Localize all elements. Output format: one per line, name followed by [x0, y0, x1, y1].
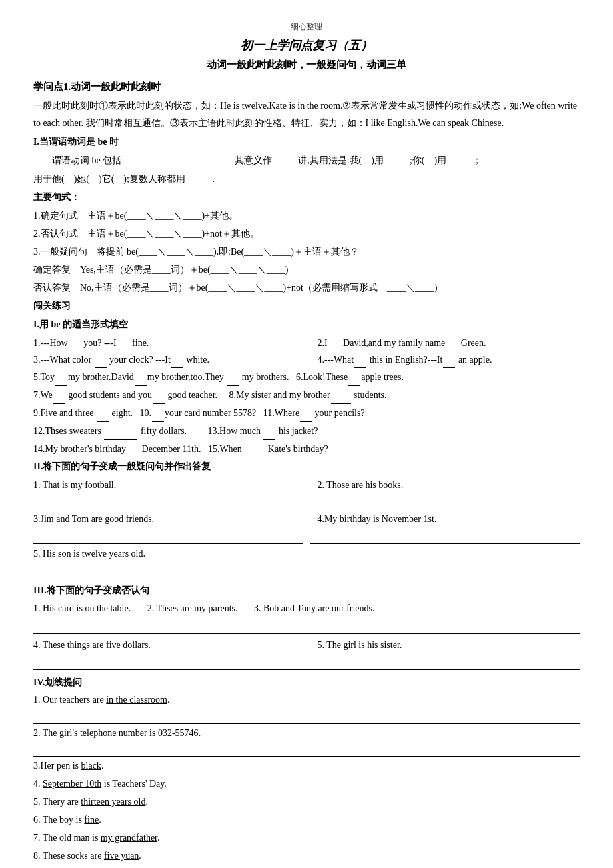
form-5: 否认答复 No,主语（必需是____词）＋be(____＼____＼____)+…	[33, 279, 580, 297]
answer-line-3	[33, 563, 580, 579]
sub-title: 动词一般此时此刻时，一般疑问句，动词三单	[33, 56, 580, 74]
blank5	[386, 169, 406, 169]
part3-heading: III.将下面的句子变成否认句	[33, 582, 580, 599]
fill-be-2: 2.I David,and my family name Green.	[317, 335, 580, 351]
fill-be-7: 9.Five and three eight. 10.your card num…	[33, 405, 580, 422]
part3-answer1	[33, 618, 580, 634]
fill-be-heading: I.用 be 的适当形式填空	[33, 316, 580, 333]
part4-6: 6. The boy is fine.	[33, 811, 580, 829]
part4-3: 3.Her pen is black.	[33, 757, 580, 775]
part4-2: 2. The girl's telephone number is 032-55…	[33, 725, 580, 742]
be-other-text: 用于他( )她( )它( );复数人称都用	[33, 174, 185, 184]
part2-heading: II.将下面的句子变成一般疑问句并作出答复	[33, 458, 580, 475]
fill-be-6: 7.We good students and you good teacher.…	[33, 387, 580, 404]
part4-answer1	[33, 709, 580, 724]
underline-4: September 10th	[43, 779, 101, 789]
part3-row2: 4. These things are five dollars. 5. The…	[33, 637, 580, 653]
be-meaning-text: 其意义作	[235, 155, 272, 165]
underline-2: 032-55746	[158, 728, 199, 738]
part4-8: 8. These socks are five yuan.	[33, 847, 580, 865]
blank4	[275, 169, 295, 169]
form-2: 2.否认句式 主语＋be(____＼____＼____)+not＋其他。	[33, 225, 580, 243]
part4-heading: IV.划线提问	[33, 674, 580, 691]
part2-1-left: 1. That is my football.	[33, 477, 296, 493]
be-intro-text: 谓语动词 be 包括	[52, 155, 121, 165]
be-other-line: 用于他( )她( )它( );复数人称都用 ．	[33, 171, 580, 188]
part4-section: IV.划线提问 1. Our teachers are in the class…	[33, 674, 580, 865]
part3-row1: 1. His card is on the table. 2. Thses ar…	[33, 600, 580, 617]
be-you-text: ;你( )用	[410, 155, 446, 165]
answer-line-1b	[310, 493, 580, 509]
part4-7: 7. The old man is my grandfather.	[33, 829, 580, 847]
part2-1-right: 2. Those are his books.	[317, 477, 580, 493]
practice1-heading: 闯关练习	[33, 297, 580, 315]
form-3: 3.一般疑问句 将提前 be(____＼____＼____),即:Be(____…	[33, 243, 580, 261]
part2-items: 1. That is my football. 2. Those are his…	[33, 477, 580, 579]
fill-be-5: 5.Toymy brother.Davidmy brother,too.They…	[33, 369, 580, 386]
fill-be-8: 12.Thses sweaters fifty dollars. 13.How …	[33, 423, 580, 440]
page-header: 细心整理 初一上学问点复习（五） 动词一般此时此刻时，一般疑问句，动词三单	[33, 20, 580, 74]
part4-4: 4. September 10th is Teachers' Day.	[33, 775, 580, 793]
part3-2-left: 4. These things are five dollars.	[33, 637, 296, 653]
part3-2-right: 5. The girl is his sister.	[317, 637, 580, 653]
blank3	[199, 169, 232, 169]
point1-intro: 一般此时此刻时①表示此时此刻的状态，如：He is twelve.Kate is…	[33, 97, 580, 132]
underline-1: in the classroom	[106, 695, 167, 705]
point1-heading: 学问点1.动词一般此时此刻时	[33, 78, 580, 96]
part3-answer2	[33, 654, 580, 670]
small-title: 细心整理	[33, 20, 580, 35]
answer-line-1a	[33, 493, 303, 509]
part4-5: 5. Thery are thirteen years old.	[33, 793, 580, 811]
part2-row1: 1. That is my football. 2. Those are his…	[33, 477, 580, 493]
underline-6: fine	[84, 815, 99, 825]
blank7	[485, 169, 518, 169]
be-usage-text: 讲,其用法是:我( )用	[298, 155, 384, 165]
fill-be-1: 1.---How you? ---I fine.	[33, 335, 296, 351]
part2-answer-row1	[33, 493, 580, 509]
fill-be-row1: 1.---How you? ---I fine. 2.I David,and m…	[33, 335, 580, 351]
part2-answer-row2	[33, 528, 580, 544]
answer-line-2a	[33, 528, 303, 544]
form-1: 1.确定句式 主语＋be(____＼____＼____)+其他。	[33, 207, 580, 225]
blank1	[125, 169, 158, 169]
part4-answer2	[33, 742, 580, 757]
part2-row2: 3.Jim and Tom are good friends. 4.My bir…	[33, 511, 580, 527]
fill-be-lines: 1.---How you? ---I fine. 2.I David,and m…	[33, 335, 580, 458]
main-title: 初一上学问点复习（五）	[33, 35, 580, 56]
part4-1: 1. Our teachers are in the classroom.	[33, 691, 580, 709]
fill-be-row2: 3.---What color your clock? ---It white.…	[33, 351, 580, 368]
form-4: 确定答复 Yes,主语（必需是____词）＋be(____＼____＼____)	[33, 261, 580, 279]
underline-7: my grandfather	[101, 833, 157, 843]
blank8	[188, 187, 208, 187]
be-section-heading: I.当谓语动词是 be 时	[33, 133, 580, 151]
underline-8: five yuan	[104, 851, 139, 861]
blank6	[450, 169, 470, 169]
main-forms-heading: 主要句式：	[33, 189, 580, 206]
underline-3: black	[81, 761, 101, 771]
be-intro-line: 谓语动词 be 包括 其意义作 讲,其用法是:我( )用 ;你( )用 ；	[33, 152, 580, 169]
part2-2-right: 4.My birthday is November 1st.	[317, 511, 580, 527]
forms-list: 1.确定句式 主语＋be(____＼____＼____)+其他。 2.否认句式 …	[33, 207, 580, 296]
fill-be-3: 3.---What color your clock? ---It white.	[33, 351, 296, 368]
fill-be-4: 4.---What this in English?---It an apple…	[317, 351, 580, 368]
part2-3: 5. His son is twelve years old.	[33, 545, 580, 563]
answer-line-2b	[310, 528, 580, 544]
underline-5: thirteen years old	[81, 797, 145, 807]
be-ta-text: ；	[472, 155, 482, 165]
blank2	[161, 169, 195, 169]
part3-items: 1. His card is on the table. 2. Thses ar…	[33, 600, 580, 669]
part2-2-left: 3.Jim and Tom are good friends.	[33, 511, 296, 527]
fill-be-9: 14.My brother's birthday December 11th. …	[33, 441, 580, 458]
